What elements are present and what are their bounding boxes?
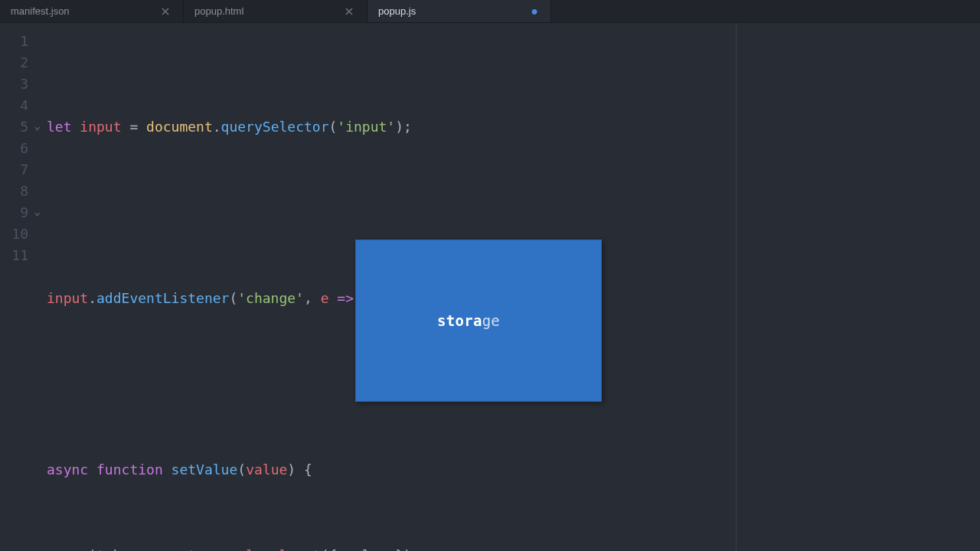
line-number-gutter: 1 2 3 4 5 6 7 8 9 10 11 (0, 23, 42, 551)
tab-label: popup.js (378, 5, 529, 17)
modified-icon[interactable]: ● (529, 6, 540, 17)
code-line[interactable]: let input = document.querySelector('inpu… (42, 116, 980, 138)
tab-bar: manifest.json popup.html popup.js ● (0, 0, 980, 23)
tab-popup-js[interactable]: popup.js ● (368, 0, 551, 22)
autocomplete-rest: ge (482, 312, 500, 329)
tab-label: popup.html (194, 5, 345, 17)
close-icon[interactable] (162, 8, 172, 15)
line-number: 11 (0, 245, 42, 266)
line-number: 10 (0, 223, 42, 245)
tab-manifest[interactable]: manifest.json (0, 0, 184, 22)
code-area[interactable]: let input = document.querySelector('inpu… (42, 23, 980, 551)
line-number: 6 (0, 138, 42, 159)
code-line[interactable]: await browser.storage.local.set({ value … (42, 545, 980, 551)
autocomplete-matched: stora (437, 312, 482, 329)
editor: 1 2 3 4 5 6 7 8 9 10 11 let input = docu… (0, 23, 980, 551)
tab-label: manifest.json (11, 5, 162, 17)
autocomplete-popup[interactable]: storage (355, 240, 602, 402)
code-line[interactable]: async function setValue(value) { (42, 459, 980, 481)
line-number[interactable]: 9 (0, 202, 42, 223)
line-number: 7 (0, 159, 42, 181)
code-line[interactable] (42, 202, 980, 223)
line-number[interactable]: 5 (0, 116, 42, 138)
close-icon[interactable] (345, 8, 356, 15)
line-number: 4 (0, 95, 42, 116)
line-number: 8 (0, 181, 42, 202)
line-number: 3 (0, 73, 42, 95)
line-number: 1 (0, 31, 42, 52)
autocomplete-item[interactable]: storage (356, 283, 601, 358)
tab-popup-html[interactable]: popup.html (184, 0, 368, 22)
line-number: 2 (0, 52, 42, 73)
